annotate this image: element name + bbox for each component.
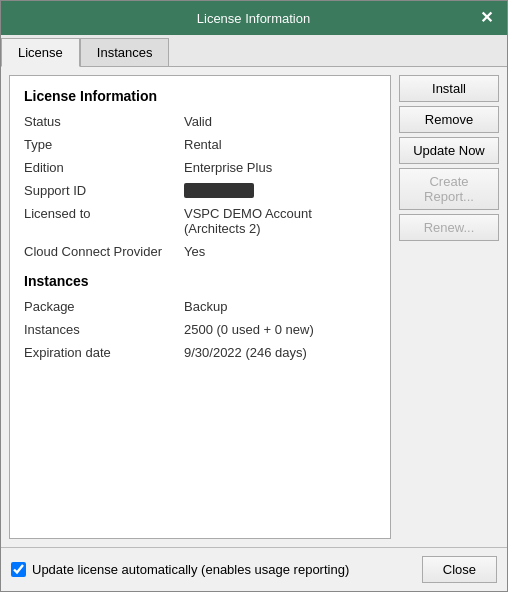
value-type: Rental xyxy=(184,137,222,152)
label-instances: Instances xyxy=(24,322,184,337)
content-area: License Information Status Valid Type Re… xyxy=(1,67,507,547)
label-expiration: Expiration date xyxy=(24,345,184,360)
value-expiration: 9/30/2022 (246 days) xyxy=(184,345,307,360)
buttons-panel: Install Remove Update Now Create Report.… xyxy=(399,75,499,539)
label-edition: Edition xyxy=(24,160,184,175)
create-report-button[interactable]: Create Report... xyxy=(399,168,499,210)
row-expiration: Expiration date 9/30/2022 (246 days) xyxy=(24,345,376,360)
value-support-id xyxy=(184,183,254,198)
license-dialog: License Information ✕ License Instances … xyxy=(0,0,508,592)
value-edition: Enterprise Plus xyxy=(184,160,272,175)
title-bar: License Information ✕ xyxy=(1,1,507,35)
bottom-bar: Update license automatically (enables us… xyxy=(1,547,507,591)
row-type: Type Rental xyxy=(24,137,376,152)
value-cloud-connect: Yes xyxy=(184,244,205,259)
info-panel: License Information Status Valid Type Re… xyxy=(9,75,391,539)
value-instances: 2500 (0 used + 0 new) xyxy=(184,322,314,337)
auto-update-label[interactable]: Update license automatically (enables us… xyxy=(11,562,349,577)
row-package: Package Backup xyxy=(24,299,376,314)
license-section-heading: License Information xyxy=(24,88,376,104)
label-support-id: Support ID xyxy=(24,183,184,198)
auto-update-checkbox[interactable] xyxy=(11,562,26,577)
row-support-id: Support ID xyxy=(24,183,376,198)
renew-button[interactable]: Renew... xyxy=(399,214,499,241)
row-instances: Instances 2500 (0 used + 0 new) xyxy=(24,322,376,337)
install-button[interactable]: Install xyxy=(399,75,499,102)
row-status: Status Valid xyxy=(24,114,376,129)
label-cloud-connect: Cloud Connect Provider xyxy=(24,244,184,259)
tab-instances[interactable]: Instances xyxy=(80,38,170,66)
label-status: Status xyxy=(24,114,184,129)
dialog-title: License Information xyxy=(31,11,476,26)
tab-license[interactable]: License xyxy=(1,38,80,67)
close-icon[interactable]: ✕ xyxy=(476,8,497,28)
label-type: Type xyxy=(24,137,184,152)
row-cloud-connect: Cloud Connect Provider Yes xyxy=(24,244,376,259)
label-licensed-to: Licensed to xyxy=(24,206,184,221)
row-edition: Edition Enterprise Plus xyxy=(24,160,376,175)
auto-update-text: Update license automatically (enables us… xyxy=(32,562,349,577)
tab-bar: License Instances xyxy=(1,35,507,67)
value-licensed-to: VSPC DEMO Account (Architects 2) xyxy=(184,206,376,236)
value-status: Valid xyxy=(184,114,212,129)
instances-section-heading: Instances xyxy=(24,273,376,289)
value-package: Backup xyxy=(184,299,227,314)
label-package: Package xyxy=(24,299,184,314)
remove-button[interactable]: Remove xyxy=(399,106,499,133)
row-licensed-to: Licensed to VSPC DEMO Account (Architect… xyxy=(24,206,376,236)
update-now-button[interactable]: Update Now xyxy=(399,137,499,164)
close-button[interactable]: Close xyxy=(422,556,497,583)
